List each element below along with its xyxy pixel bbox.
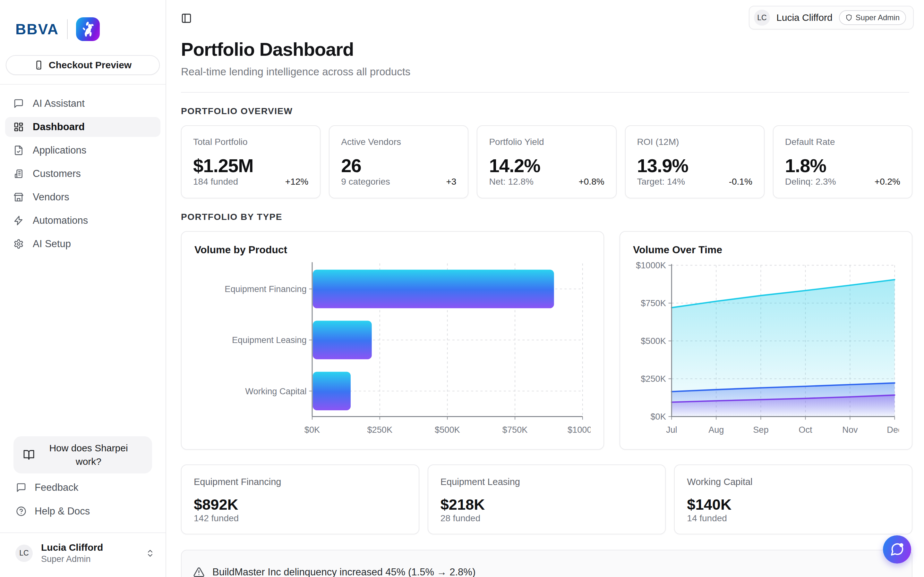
chat-fab-button[interactable]: [883, 535, 911, 564]
volume-over-time-chart: $0K$250K$500K$750K$1000KJulAugSepOctNovD…: [633, 261, 899, 443]
product-value: $892K: [194, 496, 407, 513]
kpi-value: 1.8%: [785, 155, 900, 176]
how-sharpei-works-card[interactable]: How does Sharpei work?: [13, 436, 152, 474]
sidebar-item-automations[interactable]: Automations: [5, 211, 160, 230]
product-card-equipment-financing: Equipment Financing $892K 142 funded: [181, 464, 419, 534]
sidebar-bottom: How does Sharpei work? Feedback Help & D…: [0, 436, 166, 521]
kpi-card-roi: ROI (12M) 13.9% Target: 14%-0.1%: [625, 125, 764, 198]
svg-text:$750K: $750K: [641, 298, 666, 308]
brand-logo-row: BBVA: [0, 0, 166, 41]
kpi-sub: Target: 14%: [637, 177, 685, 187]
product-sub: 142 funded: [194, 513, 407, 524]
sidebar-item-feedback[interactable]: Feedback: [5, 478, 160, 497]
file-check-icon: [13, 145, 24, 155]
sidebar-nav: AI Assistant Dashboard Applications Cust…: [0, 85, 166, 254]
page-subtitle: Real-time lending intelligence across al…: [181, 66, 909, 78]
sidebar-item-customers[interactable]: Customers: [5, 164, 160, 184]
sidebar-user-menu[interactable]: LC Lucia Clifford Super Admin: [0, 532, 166, 577]
chart-title: Volume Over Time: [633, 244, 899, 256]
volume-by-product-chart: $0K$250K$500K$750K$1000KEquipment Financ…: [194, 261, 591, 443]
bbva-logo: BBVA: [15, 21, 59, 38]
smartphone-icon: [34, 60, 44, 70]
svg-text:$1000K: $1000K: [636, 261, 666, 270]
svg-text:Dec: Dec: [887, 425, 899, 435]
kpi-value: 14.2%: [489, 155, 604, 176]
checkout-preview-button[interactable]: Checkout Preview: [6, 55, 160, 75]
sidebar-item-ai-assistant[interactable]: AI Assistant: [5, 93, 160, 113]
section-portfolio-by-type: PORTFOLIO BY TYPE: [181, 212, 913, 222]
book-open-icon: [23, 449, 35, 461]
gear-icon: [13, 239, 24, 249]
product-sub: 14 funded: [687, 513, 900, 524]
svg-text:$0K: $0K: [651, 412, 666, 422]
user-role: Super Admin: [41, 554, 103, 564]
kpi-label: Default Rate: [785, 137, 900, 147]
topbar: LC Lucia Clifford Super Admin: [166, 0, 924, 25]
sidebar-toggle-button[interactable]: [181, 13, 192, 24]
kpi-change: +12%: [285, 177, 309, 187]
sidebar-item-help-docs[interactable]: Help & Docs: [5, 502, 160, 521]
section-portfolio-overview: PORTFOLIO OVERVIEW: [181, 106, 913, 116]
kpi-card-portfolio-yield: Portfolio Yield 14.2% Net: 12.8%+0.8%: [477, 125, 616, 198]
svg-text:Oct: Oct: [798, 425, 813, 435]
product-card-equipment-leasing: Equipment Leasing $218K 28 funded: [428, 464, 666, 534]
page-header: Portfolio Dashboard Real-time lending in…: [166, 25, 924, 93]
charts-row: Volume by Product $0K$250K$500K$750K$100…: [181, 231, 913, 450]
volume-over-time-card: Volume Over Time $0K$250K$500K$750K$1000…: [620, 231, 913, 450]
sidebar: BBVA Checkout Preview AI Assistant: [0, 0, 166, 577]
sidebar-item-label: Automations: [33, 215, 88, 226]
kpi-label: ROI (12M): [637, 137, 752, 147]
alert-text: BuildMaster Inc delinquency increased 45…: [212, 566, 475, 577]
kpi-value: 13.9%: [637, 155, 752, 176]
kpi-label: Total Portfolio: [193, 137, 309, 147]
avatar: LC: [15, 545, 33, 562]
sidebar-item-label: Vendors: [33, 191, 69, 203]
kpi-sub: Delinq: 2.3%: [785, 177, 836, 187]
alert-triangle-icon: [193, 566, 205, 577]
chat-bubble-icon: [16, 482, 26, 493]
svg-text:$0K: $0K: [304, 425, 320, 435]
product-summary-row: Equipment Financing $892K 142 funded Equ…: [181, 464, 913, 534]
sidebar-item-ai-setup[interactable]: AI Setup: [5, 234, 160, 254]
chevrons-up-down-icon: [145, 549, 155, 558]
sidebar-item-label: AI Assistant: [33, 98, 85, 109]
kpi-card-active-vendors: Active Vendors 26 9 categories+3: [329, 125, 468, 198]
page-title: Portfolio Dashboard: [181, 39, 909, 60]
kpi-change: -0.1%: [729, 177, 752, 187]
svg-text:Equipment Financing: Equipment Financing: [225, 284, 306, 294]
svg-text:Aug: Aug: [708, 425, 724, 435]
product-value: $140K: [687, 496, 900, 513]
sidebar-item-dashboard[interactable]: Dashboard: [5, 117, 160, 137]
product-card-working-capital: Working Capital $140K 14 funded: [674, 464, 913, 534]
product-sub: 28 funded: [441, 513, 653, 524]
sidebar-item-applications[interactable]: Applications: [5, 140, 160, 160]
topbar-user-menu[interactable]: LC Lucia Clifford Super Admin: [749, 6, 914, 29]
svg-text:Equipment Leasing: Equipment Leasing: [232, 335, 307, 345]
sidebar-item-label: Dashboard: [33, 121, 85, 133]
kpi-value: 26: [341, 155, 456, 176]
building-icon: [13, 169, 24, 179]
product-value: $218K: [441, 496, 653, 513]
svg-text:Working Capital: Working Capital: [245, 386, 306, 396]
user-name: Lucia Clifford: [41, 542, 103, 553]
sidebar-item-vendors[interactable]: Vendors: [5, 187, 160, 207]
svg-text:Nov: Nov: [842, 425, 858, 435]
kpi-label: Portfolio Yield: [489, 137, 604, 147]
kpi-sub: Net: 12.8%: [489, 177, 533, 187]
svg-text:$500K: $500K: [435, 425, 460, 435]
svg-text:$500K: $500K: [641, 336, 666, 346]
checkout-preview-label: Checkout Preview: [49, 60, 132, 71]
product-label: Equipment Financing: [194, 477, 407, 487]
sharpei-logo-icon: [76, 17, 100, 41]
zap-icon: [13, 215, 24, 226]
svg-text:$250K: $250K: [367, 425, 393, 435]
layout-dashboard-icon: [13, 122, 24, 132]
help-circle-icon: [16, 506, 26, 516]
delinquency-alert[interactable]: BuildMaster Inc delinquency increased 45…: [181, 550, 913, 577]
kpi-card-total-portfolio: Total Portfolio $1.25M 184 funded+12%: [181, 125, 320, 198]
logo-divider: [67, 19, 68, 39]
kpi-change: +0.2%: [875, 177, 900, 187]
svg-text:$1000K: $1000K: [567, 425, 591, 435]
help-docs-label: Help & Docs: [35, 506, 90, 517]
chat-bubble-icon: [13, 98, 24, 109]
